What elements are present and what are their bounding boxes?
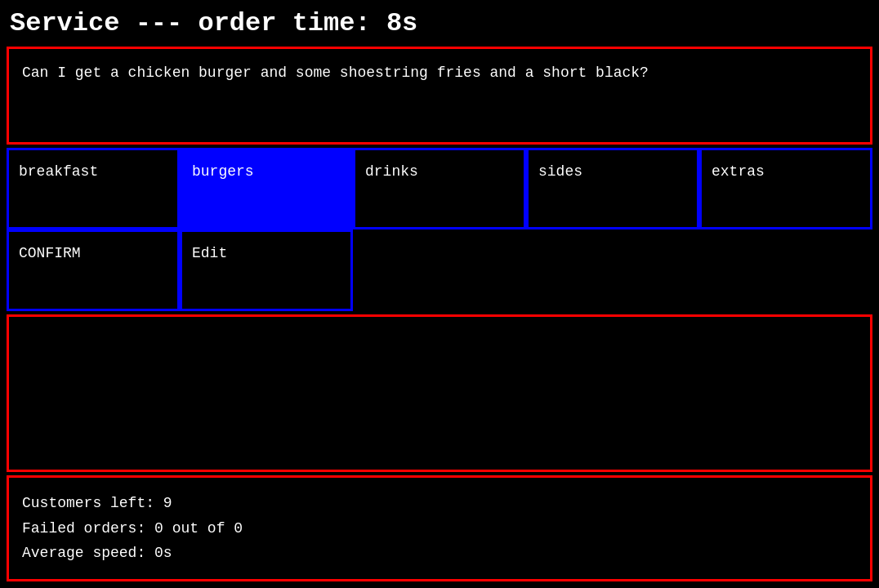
category-btn-drinks[interactable]: drinks: [353, 148, 526, 229]
category-grid: breakfastburgersdrinkssidesextras: [7, 148, 872, 229]
action-btn-confirm[interactable]: CONFIRM: [7, 229, 180, 311]
app-container: Service --- order time: 8s Can I get a c…: [0, 0, 879, 588]
category-btn-sides[interactable]: sides: [526, 148, 699, 229]
empty-cell-2: [699, 229, 872, 311]
action-btn-edit[interactable]: Edit: [180, 229, 353, 311]
empty-cell-1: [526, 229, 699, 311]
order-text-box: Can I get a chicken burger and some shoe…: [7, 47, 872, 145]
order-text-content: Can I get a chicken burger and some shoe…: [22, 65, 649, 81]
action-grid: CONFIRMEdit: [7, 229, 872, 311]
average-speed: Average speed: 0s: [22, 541, 857, 566]
customers-left: Customers left: 9: [22, 491, 857, 516]
output-box: [7, 314, 872, 472]
category-btn-breakfast[interactable]: breakfast: [7, 148, 180, 229]
page-title: Service --- order time: 8s: [7, 7, 872, 40]
empty-cell-0: [353, 229, 526, 311]
category-btn-burgers[interactable]: burgers: [180, 148, 353, 229]
failed-orders: Failed orders: 0 out of 0: [22, 516, 857, 541]
stats-box: Customers left: 9 Failed orders: 0 out o…: [7, 475, 872, 581]
category-btn-extras[interactable]: extras: [699, 148, 872, 229]
